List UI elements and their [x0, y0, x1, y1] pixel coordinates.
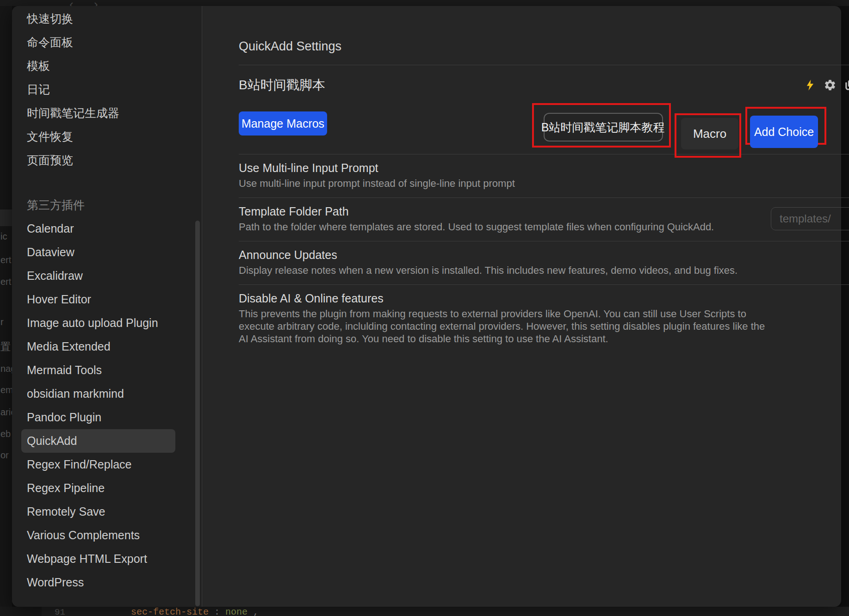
choice-name-input[interactable]: B站时间戳笔记脚本教程 — [544, 113, 663, 142]
choice-name-value: B站时间戳笔记脚本教程 — [541, 120, 665, 135]
background-text-fragment: 置 — [0, 340, 12, 354]
background-text-fragment: ert — [0, 277, 12, 287]
background-text-fragment: ert — [0, 255, 12, 265]
sidebar-item-calendar[interactable]: Calendar — [12, 217, 202, 240]
editor-gutter — [0, 607, 42, 616]
sidebar-item-regex-find-replace[interactable]: Regex Find/Replace — [12, 453, 202, 476]
background-text-fragment: aric — [0, 407, 12, 418]
settings-modal: 快速切换 命令面板 模板 日记 时间戳笔记生成器 文件恢复 页面预览 第三方插件… — [12, 6, 841, 607]
sidebar-item-pandoc-plugin[interactable]: Pandoc Plugin — [12, 406, 202, 429]
sidebar-item-image-auto-upload[interactable]: Image auto upload Plugin — [12, 311, 202, 335]
code-token-key: sec-fetch-site — [131, 607, 209, 616]
sidebar-item-file-recovery[interactable]: 文件恢复 — [12, 125, 202, 148]
sidebar-item-remotely-save[interactable]: Remotely Save — [12, 500, 202, 524]
annotation-box-add: Add Choice — [745, 107, 826, 145]
gear-icon[interactable] — [824, 79, 837, 92]
background-text-fragment: r — [0, 317, 12, 327]
sidebar-scrollbar[interactable] — [195, 221, 200, 606]
sidebar-section-third-party-plugins: 第三方插件 — [12, 193, 202, 217]
sidebar-item-hover-editor[interactable]: Hover Editor — [12, 288, 202, 311]
setting-description: This prevents the plugin from making req… — [239, 308, 771, 345]
sidebar-item-regex-pipeline[interactable]: Regex Pipeline — [12, 476, 202, 500]
template-folder-input[interactable] — [771, 207, 849, 230]
setting-template-folder: Template Folder Path Path to the folder … — [239, 198, 849, 241]
sidebar-item-webpage-html-export[interactable]: Webpage HTML Export — [12, 547, 202, 571]
chevron-right-icon: › — [94, 0, 98, 6]
background-left-strip: ic ert ert r 置 nag em aric eb or — [0, 6, 12, 607]
setting-description: Path to the folder where templates are s… — [239, 221, 771, 233]
lightning-icon[interactable] — [804, 79, 817, 92]
sidebar-item-timestamp-notes[interactable]: 时间戳笔记生成器 — [12, 101, 202, 125]
line-number: 91 — [55, 607, 65, 616]
setting-name: Template Folder Path — [239, 204, 771, 219]
background-text-fragment: nag — [0, 363, 12, 374]
sidebar-item-media-extended[interactable]: Media Extended — [12, 335, 202, 358]
sidebar-item-excalidraw[interactable]: Excalidraw — [12, 264, 202, 288]
sidebar-item-obsidian-markmind[interactable]: obsidian markmind — [12, 382, 202, 406]
sidebar-item-quickadd[interactable]: QuickAdd — [21, 429, 175, 453]
settings-main-pane: ✕ QuickAdd Settings B站时间戳脚本 — [202, 6, 849, 607]
choice-controls-row: Manage Macros B站时间戳笔记脚本教程 Macro Add Choi… — [239, 103, 849, 148]
background-text-fragment: ic — [0, 231, 12, 242]
code-token-value: none — [225, 607, 248, 616]
setting-description: Display release notes when a new version… — [239, 264, 771, 277]
background-text-fragment: or — [0, 450, 12, 461]
annotation-box-select: Macro — [675, 113, 741, 158]
page-title: QuickAdd Settings — [239, 39, 849, 54]
sidebar-item-command-palette[interactable]: 命令面板 — [12, 31, 202, 54]
annotation-box-input: B站时间戳笔记脚本教程 — [532, 103, 671, 148]
chevron-left-icon: ‹ — [69, 0, 74, 6]
sidebar-item-various-complements[interactable]: Various Complements — [12, 524, 202, 547]
settings-sidebar: 快速切换 命令面板 模板 日记 时间戳笔记生成器 文件恢复 页面预览 第三方插件… — [12, 6, 202, 607]
setting-disable-ai: Disable AI & Online features This preven… — [239, 285, 849, 353]
setting-name: Announce Updates — [239, 247, 771, 262]
sidebar-item-mermaid-tools[interactable]: Mermaid Tools — [12, 358, 202, 382]
background-code-strip: 91 sec-fetch-site : none , — [0, 607, 849, 616]
choice-type-select[interactable]: Macro — [681, 118, 738, 149]
setting-announce-updates: Announce Updates Display release notes w… — [239, 241, 849, 284]
sidebar-item-templates[interactable]: 模板 — [12, 54, 202, 78]
background-top-strip: ‹ › — [0, 0, 849, 6]
manage-macros-button[interactable]: Manage Macros — [239, 111, 327, 136]
sidebar-item-dataview[interactable]: Dataview — [12, 240, 202, 264]
divider — [239, 65, 849, 65]
setting-name: Disable AI & Online features — [239, 291, 771, 306]
code-line: sec-fetch-site : none , — [131, 607, 259, 616]
background-text-fragment: eb — [0, 429, 12, 439]
sidebar-item-daily-notes[interactable]: 日记 — [12, 78, 202, 101]
setting-name: Use Multi-line Input Prompt — [239, 160, 771, 175]
background-highlight-row — [0, 209, 12, 226]
code-token-comma: , — [248, 607, 259, 616]
background-text-fragment: em — [0, 385, 12, 395]
code-token-colon: : — [209, 607, 225, 616]
choice-heading: B站时间戳脚本 — [239, 76, 325, 94]
sidebar-item-quick-switcher[interactable]: 快速切换 — [12, 7, 202, 31]
add-choice-button[interactable]: Add Choice — [750, 116, 818, 148]
sidebar-item-wordpress[interactable]: WordPress — [12, 571, 202, 594]
setting-description: Use multi-line input prompt instead of s… — [239, 177, 771, 190]
copy-icon[interactable] — [843, 79, 849, 92]
choice-action-icons — [804, 79, 849, 92]
sidebar-item-page-preview[interactable]: 页面预览 — [12, 148, 202, 172]
setting-multiline-prompt: Use Multi-line Input Prompt Use multi-li… — [239, 154, 849, 197]
